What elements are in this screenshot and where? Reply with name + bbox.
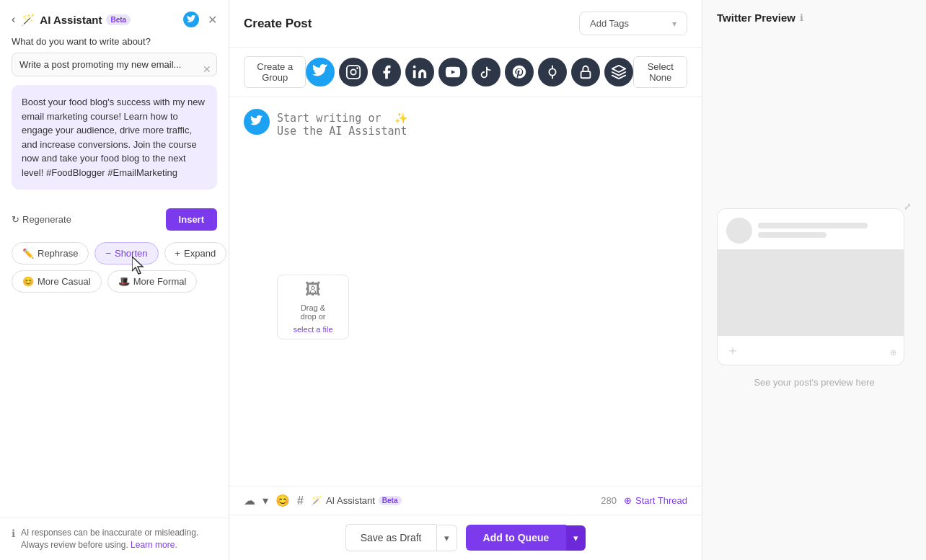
zoom-indicator: ⊕ xyxy=(890,348,896,357)
start-thread-label: Start Thread xyxy=(635,495,687,506)
account-icon-lock[interactable] xyxy=(571,58,600,86)
svg-point-5 xyxy=(550,68,556,75)
info-icon: ℹ xyxy=(800,12,803,23)
rephrase-icon: ✏️ xyxy=(22,248,34,259)
plus-circle-icon: ⊕ xyxy=(624,495,632,506)
svg-point-1 xyxy=(351,69,356,74)
account-icon-facebook[interactable] xyxy=(372,58,401,86)
add-media-icon[interactable]: ＋ xyxy=(726,343,739,357)
shorten-icon: − xyxy=(105,248,111,259)
more-casual-button[interactable]: 😊 More Casual xyxy=(12,270,102,293)
footer-info-icon: ℹ xyxy=(12,528,15,539)
bottom-actions: Save as Draft ▾ Add to Queue ▾ xyxy=(229,515,702,560)
preview-image xyxy=(718,249,904,336)
expand-icon[interactable]: ⤢ xyxy=(904,201,912,212)
create-post-header: Create Post Add Tags ▾ xyxy=(229,0,702,48)
ai-footer: ℹ AI responses can be inaccurate or misl… xyxy=(0,517,229,560)
chevron-down-icon-queue: ▾ xyxy=(573,533,578,543)
create-post-panel: Create Post Add Tags ▾ Create a Group xyxy=(229,0,702,560)
media-upload-area[interactable]: 🖼 Drag & drop or select a file xyxy=(277,275,349,339)
expand-button[interactable]: + Expand xyxy=(164,242,227,265)
preview-title: Twitter Preview xyxy=(717,12,795,24)
upload-text: Drag & drop or xyxy=(292,303,334,321)
footer-text: AI responses can be inaccurate or mislea… xyxy=(21,527,217,551)
start-thread-button[interactable]: ⊕ Start Thread xyxy=(624,495,687,506)
ai-response-actions: ↻ Regenerate Insert xyxy=(0,201,229,242)
emoji-icon[interactable]: 😊 xyxy=(275,494,290,507)
ai-response-box: Boost your food blog's success with my n… xyxy=(12,85,217,190)
account-icon-twitter[interactable] xyxy=(306,58,335,86)
ai-prompt-input[interactable] xyxy=(12,53,217,76)
twitter-preview-panel: Twitter Preview ℹ ⤢ ＋ ⊕ See yo xyxy=(702,0,926,560)
svg-rect-8 xyxy=(581,71,591,78)
regenerate-icon: ↻ xyxy=(12,214,19,225)
ai-beta-badge: Beta xyxy=(379,496,402,505)
preview-card-wrapper: ⤢ ＋ ⊕ xyxy=(717,208,912,365)
save-draft-chevron-button[interactable]: ▾ xyxy=(436,525,457,551)
ai-wand-icon: 🪄 xyxy=(311,495,322,506)
insert-label: Insert xyxy=(179,214,204,225)
formal-icon: 🎩 xyxy=(118,276,130,287)
back-button[interactable]: ‹ xyxy=(12,13,15,26)
preview-content: ⤢ ＋ ⊕ See your post's preview here xyxy=(702,35,926,560)
ai-action-buttons: ✏️ Rephrase − Shorten + Expand 😊 More Ca… xyxy=(0,242,229,301)
close-icon[interactable]: ✕ xyxy=(208,13,217,27)
more-formal-label: More Formal xyxy=(133,276,187,287)
preview-name-line1 xyxy=(758,223,868,228)
account-icon-linkedin[interactable] xyxy=(405,58,434,86)
preview-placeholder-text: See your post's preview here xyxy=(754,377,874,388)
ai-question-label: What do you want to write about? xyxy=(0,36,229,53)
shorten-button[interactable]: − Shorten xyxy=(94,242,158,265)
accounts-row: Create a Group xyxy=(229,48,702,97)
upload-icon: 🖼 xyxy=(305,280,321,299)
user-avatar xyxy=(244,109,270,135)
account-icon-tiktok[interactable] xyxy=(472,58,501,86)
beta-badge: Beta xyxy=(106,14,131,25)
add-queue-chevron-button[interactable]: ▾ xyxy=(566,525,586,551)
ai-assistant-panel: ‹ 🪄 AI Assistant Beta ✕ What do you want… xyxy=(0,0,229,560)
regenerate-label: Regenerate xyxy=(22,214,71,225)
upload-link[interactable]: select a file xyxy=(293,325,332,334)
save-draft-button[interactable]: Save as Draft xyxy=(345,524,436,551)
preview-card-bottom: ＋ ⊕ xyxy=(718,336,904,365)
chevron-down-icon: ▾ xyxy=(444,533,449,543)
learn-more-link[interactable]: Learn more. xyxy=(131,540,177,550)
preview-name-line2 xyxy=(758,232,826,238)
shorten-label: Shorten xyxy=(115,248,148,259)
wand-icon: 🪄 xyxy=(21,13,35,27)
cloud-icon[interactable]: ☁ xyxy=(244,494,255,507)
account-icon-settings[interactable] xyxy=(604,58,633,86)
compose-textarea[interactable] xyxy=(277,109,418,253)
account-icon-google[interactable] xyxy=(538,58,567,86)
ai-action-row-2: 😊 More Casual 🎩 More Formal xyxy=(12,270,217,293)
account-icon-pinterest[interactable] xyxy=(505,58,534,86)
preview-card: ＋ ⊕ xyxy=(717,208,904,365)
preview-avatar xyxy=(726,218,752,244)
insert-button[interactable]: Insert xyxy=(166,208,217,231)
account-icon-youtube[interactable] xyxy=(438,58,467,86)
dropdown-arrow-icon[interactable]: ▾ xyxy=(263,494,268,507)
casual-icon: 😊 xyxy=(22,276,34,287)
add-tags-dropdown[interactable]: Add Tags ▾ xyxy=(579,12,687,35)
media-upload-wrapper: 🖼 Drag & drop or select a file xyxy=(277,263,687,339)
more-formal-button[interactable]: 🎩 More Formal xyxy=(107,270,198,293)
ai-assistant-toolbar-button[interactable]: 🪄 AI Assistant Beta xyxy=(311,495,402,506)
add-to-queue-button[interactable]: Add to Queue xyxy=(466,525,567,551)
clear-input-icon[interactable]: ✕ xyxy=(203,63,211,75)
twitter-icon xyxy=(183,12,199,27)
hashtag-icon[interactable]: # xyxy=(297,494,304,507)
compose-row xyxy=(244,109,687,256)
expand-icon: + xyxy=(175,248,181,259)
tags-label: Add Tags xyxy=(590,18,629,29)
compose-toolbar: ☁ ▾ 😊 # 🪄 AI Assistant Beta 280 ⊕ Start … xyxy=(229,486,702,515)
select-none-button[interactable]: Select None xyxy=(633,56,687,88)
create-group-button[interactable]: Create a Group xyxy=(244,56,306,88)
rephrase-button[interactable]: ✏️ Rephrase xyxy=(12,242,89,265)
preview-header: Twitter Preview ℹ xyxy=(702,0,926,35)
ai-input-wrapper: ✕ xyxy=(0,53,229,85)
ai-assistant-label: AI Assistant xyxy=(326,495,375,506)
account-icon-instagram[interactable] xyxy=(339,58,368,86)
regenerate-button[interactable]: ↻ Regenerate xyxy=(12,214,71,225)
more-casual-label: More Casual xyxy=(38,276,91,287)
expand-label: Expand xyxy=(184,248,216,259)
